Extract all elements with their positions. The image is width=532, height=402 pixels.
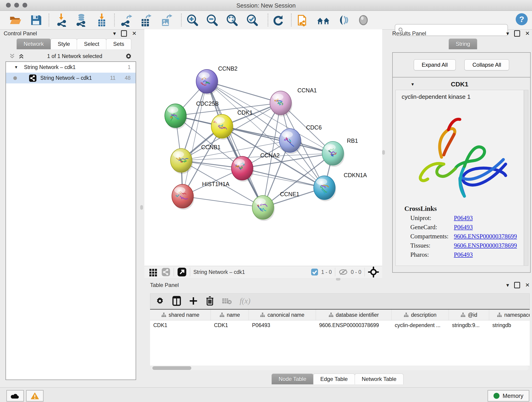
birdseye-grid-icon[interactable]: [148, 268, 158, 277]
results-panel-float-icon[interactable]: [514, 30, 520, 37]
crosslink-value-link[interactable]: P06493: [454, 224, 473, 231]
results-panel-menu-icon[interactable]: ▾: [506, 31, 509, 36]
tab-edge-table[interactable]: Edge Table: [313, 374, 355, 384]
network-node-cdkn1a[interactable]: CDKN1A: [314, 172, 367, 201]
column-header-@id[interactable]: @id: [449, 310, 489, 320]
crosslink-value-link[interactable]: P06493: [454, 251, 473, 258]
zoom-in-icon[interactable]: [186, 13, 199, 27]
network-collection-row[interactable]: ▼ String Network – cdk1 1: [6, 62, 136, 73]
network-node-ccna2[interactable]: CCNA2: [231, 152, 280, 182]
crosslink-value-link[interactable]: 9606.ENSP00000378699: [454, 242, 517, 249]
table-cell[interactable]: CDK1: [150, 320, 211, 331]
column-header-database-identifier[interactable]: database identifier: [316, 310, 392, 320]
string-home-icon[interactable]: [317, 13, 330, 27]
gene-expand-icon[interactable]: ▼: [411, 82, 415, 87]
import-table-icon[interactable]: [95, 13, 108, 27]
zoom-selected-icon[interactable]: [246, 13, 259, 27]
control-panel-close-icon[interactable]: ✕: [132, 31, 137, 36]
view-share-icon[interactable]: [161, 268, 171, 277]
open-view-icon[interactable]: [177, 267, 187, 277]
table-cell[interactable]: 9606.ENSP00000378699: [316, 320, 392, 331]
crosslink-label: Tissues:: [410, 242, 454, 249]
import-network-icon[interactable]: [55, 13, 69, 27]
add-column-icon[interactable]: [189, 296, 198, 306]
left-splitter-handle[interactable]: [140, 205, 143, 210]
import-database-icon[interactable]: [75, 13, 88, 27]
node-table[interactable]: shared namenamecanonical namedatabase id…: [150, 309, 530, 366]
table-row[interactable]: CDK1CDK1P064939606.ENSP00000378699cyclin…: [150, 320, 530, 331]
network-node-ccne1[interactable]: CCNE1: [252, 191, 299, 221]
gene-name: CDK1: [415, 81, 505, 88]
tab-style[interactable]: Style: [51, 38, 77, 49]
tab-string[interactable]: String: [449, 38, 477, 49]
tab-network-table[interactable]: Network Table: [355, 374, 404, 384]
crosslinks-list: Uniprot:P06493GeneCard:P06493Compartment…: [396, 215, 524, 258]
table-cell[interactable]: stringdb:9...: [449, 320, 489, 331]
table-cell[interactable]: cyclin-dependent ...: [392, 320, 449, 331]
zoom-out-icon[interactable]: [206, 13, 219, 27]
open-folder-icon[interactable]: [9, 13, 22, 27]
collapse-all-icon[interactable]: [9, 53, 16, 60]
help-icon[interactable]: ?: [515, 13, 528, 26]
glass-ball-icon[interactable]: [337, 13, 350, 27]
collection-expand-icon[interactable]: ▼: [14, 65, 18, 70]
refresh-icon[interactable]: [272, 13, 285, 27]
view-network-title: String Network – cdk1: [193, 269, 245, 275]
table-panel-close-icon[interactable]: ✕: [525, 282, 530, 288]
network-edge[interactable]: [183, 196, 263, 207]
tab-node-table[interactable]: Node Table: [272, 374, 313, 384]
network-node-cdc6[interactable]: CDC6: [279, 124, 322, 154]
string-style-icon[interactable]: [357, 13, 370, 27]
cloud-status-button[interactable]: [6, 390, 24, 402]
table-cell[interactable]: P06493: [249, 320, 316, 331]
collapse-all-button[interactable]: Collapse All: [464, 59, 509, 70]
crosslink-value-link[interactable]: 9606.ENSP00000378699: [454, 233, 517, 240]
memory-button[interactable]: Memory: [488, 390, 529, 402]
expand-all-icon[interactable]: [18, 53, 25, 60]
selected-checkbox-icon[interactable]: [311, 268, 318, 276]
results-scrollbar[interactable]: [524, 90, 528, 266]
network-row[interactable]: String Network – cdk1 11 48: [6, 73, 136, 83]
column-header-name[interactable]: name: [211, 310, 249, 320]
zoom-fit-icon[interactable]: [226, 13, 239, 27]
gene-section-header[interactable]: ▼ CDK1: [392, 79, 530, 89]
tab-select[interactable]: Select: [77, 38, 106, 49]
tab-network[interactable]: Network: [17, 38, 51, 49]
column-header-description[interactable]: description: [392, 310, 449, 320]
string-document-icon[interactable]: [296, 13, 309, 27]
show-columns-icon[interactable]: [172, 296, 181, 306]
results-panel-close-icon[interactable]: ✕: [525, 31, 530, 36]
export-network-icon[interactable]: [120, 13, 133, 27]
delete-column-icon[interactable]: [206, 296, 214, 306]
control-panel-float-icon[interactable]: [121, 30, 127, 37]
right-splitter-handle[interactable]: [382, 150, 385, 155]
save-icon[interactable]: [29, 13, 43, 27]
network-node-ccna1[interactable]: CCNA1: [270, 87, 317, 116]
table-hscrollbar-track[interactable]: [151, 366, 529, 370]
bottom-splitter-handle[interactable]: [336, 278, 341, 281]
table-panel-float-icon[interactable]: [514, 282, 520, 288]
column-header-canonical-name[interactable]: canonical name: [249, 310, 316, 320]
export-image-icon[interactable]: [159, 13, 172, 27]
table-panel-menu-icon[interactable]: ▾: [506, 282, 509, 288]
network-node-hist1h1a[interactable]: HIST1H1A: [172, 181, 230, 210]
table-cell[interactable]: stringdb: [489, 320, 530, 331]
network-canvas[interactable]: CCNB2CCNA1CDC25BCDK1CDC6RB1CCNB1CCNA2CDK…: [144, 29, 382, 266]
table-hscrollbar-thumb[interactable]: [152, 366, 191, 370]
gear-icon[interactable]: [125, 52, 133, 60]
node-position-icon[interactable]: [368, 267, 379, 278]
column-header-shared-name[interactable]: shared name: [150, 310, 211, 320]
table-gear-icon[interactable]: [155, 296, 165, 306]
control-panel-menu-icon[interactable]: ▾: [113, 31, 116, 36]
export-table-icon[interactable]: [139, 13, 152, 27]
expand-all-button[interactable]: Expand All: [414, 59, 456, 70]
hidden-eye-icon[interactable]: [338, 268, 348, 276]
column-header-namespace[interactable]: namespace: [489, 310, 530, 320]
crosslink-value-link[interactable]: P06493: [454, 215, 473, 222]
tab-sets[interactable]: Sets: [106, 38, 131, 49]
warning-status-button[interactable]: [26, 390, 44, 402]
network-node-cdc25b[interactable]: CDC25B: [165, 100, 219, 129]
table-cell[interactable]: CDK1: [211, 320, 249, 331]
network-edge[interactable]: [183, 81, 207, 196]
network-node-rb1[interactable]: RB1: [322, 138, 358, 167]
